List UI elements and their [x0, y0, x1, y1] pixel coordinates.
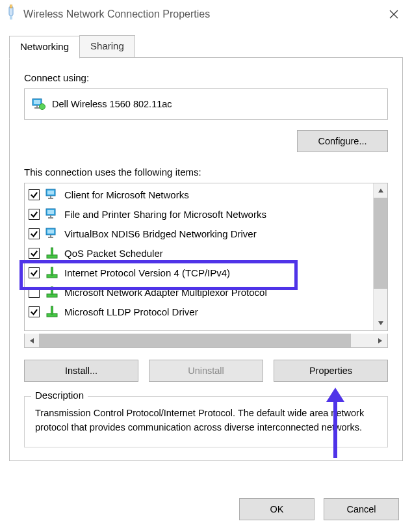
network-protocol-icon: [45, 246, 59, 260]
dialog-window: Wireless Network Connection Properties N…: [0, 0, 412, 532]
adapter-box[interactable]: Dell Wireless 1560 802.11ac: [24, 88, 388, 120]
checkbox[interactable]: [29, 189, 40, 200]
checkbox[interactable]: [29, 287, 40, 298]
svg-rect-2: [10, 16, 12, 20]
tab-strip: Networking Sharing: [9, 35, 403, 58]
svg-rect-5: [36, 105, 38, 107]
svg-rect-10: [50, 196, 51, 198]
svg-rect-25: [51, 287, 53, 295]
network-client-icon: [45, 187, 59, 202]
svg-rect-13: [47, 210, 54, 214]
svg-rect-21: [51, 248, 53, 256]
scroll-down-arrow[interactable]: [374, 316, 387, 330]
horizontal-scrollbar[interactable]: [24, 334, 388, 348]
network-client-icon: [45, 226, 59, 241]
tab-sharing[interactable]: Sharing: [79, 35, 135, 58]
uninstall-button: Uninstall: [149, 360, 263, 382]
svg-rect-11: [48, 198, 53, 199]
svg-rect-19: [48, 237, 53, 238]
svg-rect-27: [51, 306, 53, 314]
list-item-label: Internet Protocol Version 4 (TCP/IPv4): [64, 267, 230, 278]
scroll-right-arrow[interactable]: [373, 338, 387, 344]
list-item-label: Microsoft LLDP Protocol Driver: [64, 306, 198, 317]
close-button[interactable]: [381, 1, 407, 27]
list-item[interactable]: Internet Protocol Version 4 (TCP/IPv4): [25, 263, 373, 282]
connect-using-label: Connect using:: [24, 72, 388, 83]
svg-rect-15: [48, 217, 53, 219]
svg-rect-23: [51, 267, 53, 275]
checkbox[interactable]: [29, 209, 40, 220]
checkbox[interactable]: [29, 248, 40, 259]
svg-rect-18: [50, 235, 51, 237]
scroll-left-arrow[interactable]: [25, 338, 39, 344]
list-item[interactable]: Microsoft Network Adapter Multiplexor Pr…: [25, 282, 373, 302]
list-item-label: VirtualBox NDIS6 Bridged Networking Driv…: [64, 228, 257, 239]
list-item-label: File and Printer Sharing for Microsoft N…: [64, 209, 266, 220]
window-title: Wireless Network Connection Properties: [23, 8, 210, 20]
svg-rect-1: [10, 5, 12, 8]
ok-button[interactable]: OK: [239, 498, 315, 520]
list-item[interactable]: Microsoft LLDP Protocol Driver: [25, 302, 373, 321]
connection-items-list[interactable]: Client for Microsoft NetworksFile and Pr…: [24, 183, 388, 331]
list-item[interactable]: Client for Microsoft Networks: [25, 185, 373, 204]
configure-button[interactable]: Configure...: [297, 130, 388, 152]
checkbox[interactable]: [29, 267, 40, 278]
network-client-icon: [45, 207, 59, 221]
description-legend: Description: [31, 390, 88, 401]
svg-point-7: [40, 104, 45, 110]
svg-rect-4: [34, 100, 40, 104]
svg-rect-9: [47, 191, 54, 194]
description-fieldset: Description Transmission Control Protoco…: [24, 396, 388, 447]
network-protocol-icon: [45, 285, 59, 299]
list-item-label: Microsoft Network Adapter Multiplexor Pr…: [64, 287, 267, 298]
scroll-up-arrow[interactable]: [374, 183, 387, 198]
titlebar: Wireless Network Connection Properties: [0, 0, 412, 29]
items-label: This connection uses the following items…: [24, 166, 388, 178]
tab-panel-networking: Connect using: Dell Wireless 1560 802.11…: [9, 57, 403, 461]
list-item[interactable]: QoS Packet Scheduler: [25, 243, 373, 263]
list-item[interactable]: File and Printer Sharing for Microsoft N…: [25, 204, 373, 224]
list-item-label: Client for Microsoft Networks: [64, 189, 189, 200]
install-button[interactable]: Install...: [24, 360, 138, 382]
network-protocol-icon: [45, 265, 59, 280]
description-text: Transmission Control Protocol/Internet P…: [35, 406, 377, 435]
list-item[interactable]: VirtualBox NDIS6 Bridged Networking Driv…: [25, 224, 373, 243]
dialog-button-row: OK Cancel: [239, 498, 399, 520]
adapter-name: Dell Wireless 1560 802.11ac: [52, 99, 172, 109]
vertical-scrollbar[interactable]: [373, 183, 387, 330]
list-item-label: QoS Packet Scheduler: [64, 248, 163, 259]
svg-rect-6: [34, 107, 40, 109]
network-adapter-icon: [31, 97, 45, 111]
scrollbar-thumb[interactable]: [374, 198, 387, 289]
hscroll-thumb[interactable]: [39, 334, 351, 347]
properties-button[interactable]: Properties: [274, 360, 388, 382]
tab-networking[interactable]: Networking: [9, 36, 80, 59]
wireless-adapter-icon: [5, 5, 17, 24]
network-protocol-icon: [45, 304, 59, 319]
svg-rect-17: [47, 230, 54, 233]
checkbox[interactable]: [29, 306, 40, 317]
cancel-button[interactable]: Cancel: [324, 498, 399, 520]
svg-rect-14: [50, 215, 51, 217]
checkbox[interactable]: [29, 228, 40, 239]
